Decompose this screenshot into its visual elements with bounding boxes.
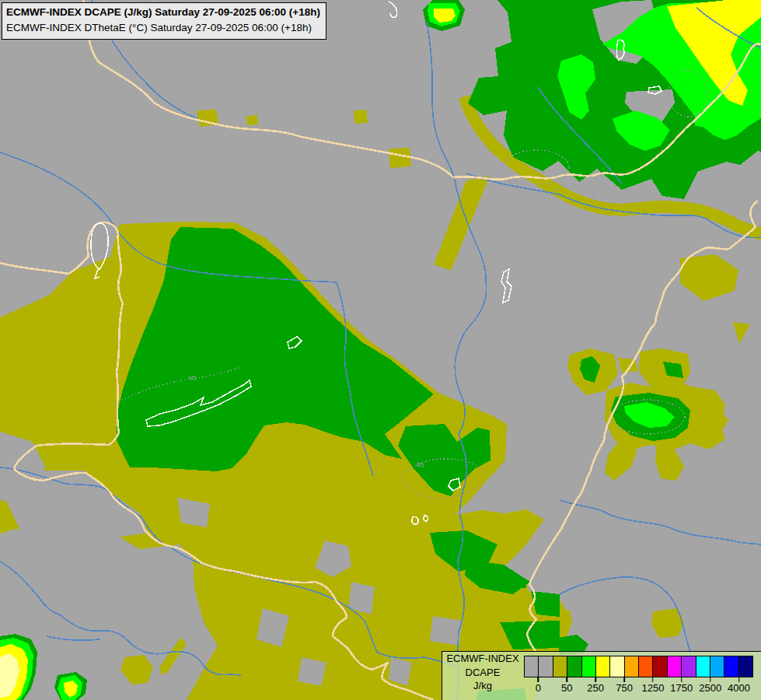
legend-title: ECMWF-INDEX DCAPE J/kg (442, 652, 523, 693)
legend-swatch (724, 656, 738, 677)
legend-tick-label: 250 (587, 682, 604, 694)
legend-swatch (668, 656, 682, 677)
weather-map: 5 5 5 (0, 0, 761, 700)
legend-swatch (739, 656, 752, 677)
legend-swatch (567, 656, 581, 677)
legend-swatch (653, 656, 667, 677)
legend-tick-label: 1750 (670, 682, 693, 694)
weather-map-app: 5 5 5 (0, 0, 761, 700)
legend-swatch (710, 656, 724, 677)
map-title-line2: ECMWF-INDEX DThetaE (°C) Saturday 27-09-… (6, 20, 320, 36)
legend-swatch (525, 656, 539, 677)
legend-swatch (553, 656, 567, 677)
legend-panel: ECMWF-INDEX DCAPE J/kg 05025075012501750… (442, 651, 761, 700)
map-title-line1: ECMWF-INDEX DCAPE (J/kg) Saturday 27-09-… (6, 5, 320, 20)
legend-swatch (539, 656, 553, 677)
legend-swatch (596, 656, 610, 677)
legend-swatch (682, 656, 696, 677)
legend-swatch (582, 656, 596, 677)
legend-tick-label: 50 (561, 682, 572, 694)
map-title-box: ECMWF-INDEX DCAPE (J/kg) Saturday 27-09-… (2, 2, 326, 40)
legend-swatch (639, 656, 653, 677)
legend-title-line2: DCAPE (442, 666, 523, 680)
legend-tick-label: 4000 (728, 682, 750, 694)
legend-tick-row: 0502507501250175025004000 (524, 677, 753, 698)
legend-title-line1: ECMWF-INDEX (442, 652, 523, 666)
legend-tick-label: 1250 (641, 682, 664, 694)
legend-swatch-row (524, 656, 753, 677)
legend-tick-label: 0 (536, 682, 541, 694)
legend-swatch (610, 656, 624, 677)
legend-tick-label: 2500 (699, 682, 721, 694)
legend-swatch (696, 656, 710, 677)
legend-title-line3: J/kg (442, 679, 523, 693)
legend-tick-label: 750 (616, 682, 633, 694)
legend-swatch (625, 656, 639, 677)
